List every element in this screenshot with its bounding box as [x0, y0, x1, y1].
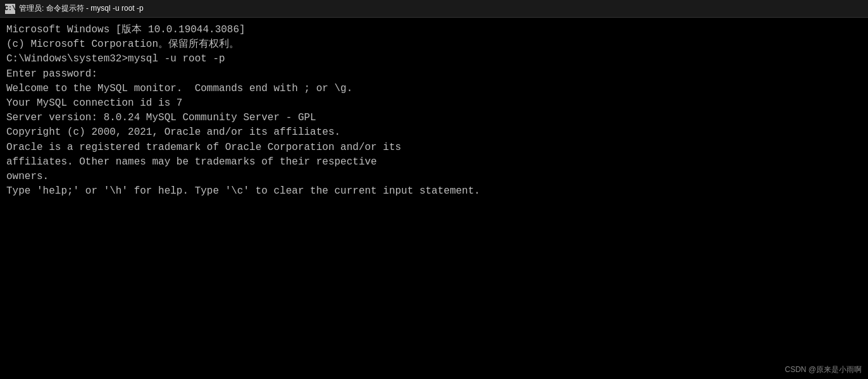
terminal-line: C:\Windows\system32>mysql -u root -p	[6, 52, 862, 66]
terminal-line: Type 'help;' or '\h' for help. Type '\c'…	[6, 184, 862, 199]
terminal-line: Enter password:	[6, 67, 862, 82]
cmd-icon: C:\	[5, 4, 15, 14]
terminal-line: owners.	[6, 170, 862, 184]
terminal-line: Your MySQL connection id is 7	[6, 96, 862, 111]
terminal-line: affiliates. Other names may be trademark…	[6, 155, 862, 170]
watermark: CSDN @原来是小雨啊	[784, 364, 862, 375]
title-bar: C:\ 管理员: 命令提示符 - mysql -u root -p	[0, 0, 868, 18]
title-bar-text: 管理员: 命令提示符 - mysql -u root -p	[19, 3, 144, 14]
terminal-line: Server version: 8.0.24 MySQL Community S…	[6, 111, 862, 125]
terminal-line: Welcome to the MySQL monitor. Commands e…	[6, 82, 862, 96]
terminal-line: (c) Microsoft Corporation。保留所有权利。	[6, 37, 862, 52]
terminal-body[interactable]: Microsoft Windows [版本 10.0.19044.3086](c…	[0, 18, 868, 379]
terminal-line: Copyright (c) 2000, 2021, Oracle and/or …	[6, 125, 862, 140]
terminal-line: Microsoft Windows [版本 10.0.19044.3086]	[6, 23, 862, 37]
terminal-line: Oracle is a registered trademark of Orac…	[6, 140, 862, 155]
